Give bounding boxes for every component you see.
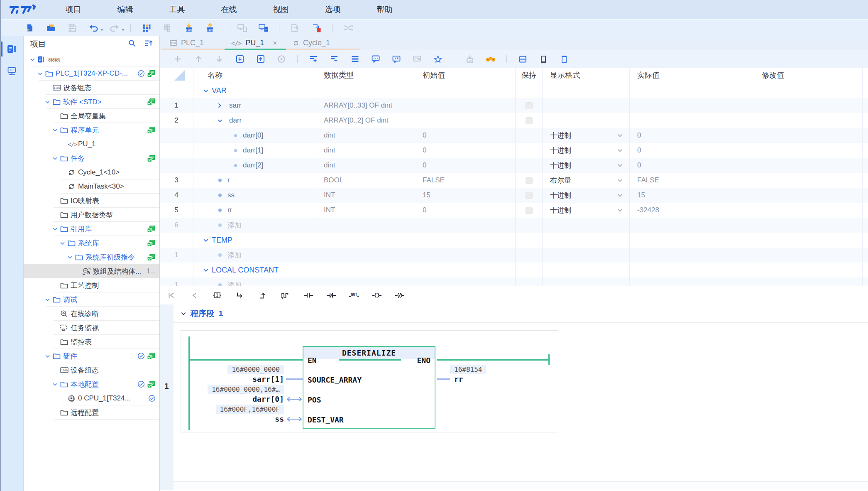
format-dropdown[interactable]: 十进制 bbox=[550, 206, 629, 215]
add-icon[interactable] bbox=[172, 54, 183, 64]
column-header-5[interactable]: 显示格式 bbox=[543, 68, 630, 83]
tree-item-15[interactable]: 数组及结构体...1... bbox=[24, 264, 159, 278]
network-header[interactable]: 程序段 1 bbox=[174, 304, 868, 323]
ladder-canvas[interactable]: DESERIALIZE EN ENO SOURCE_ARRAY POS DEST… bbox=[181, 330, 558, 432]
cell-name[interactable]: sarr bbox=[193, 98, 316, 113]
block-comment-off-icon[interactable]: /* bbox=[412, 54, 423, 64]
tree-item-1[interactable]: PLC_1[T324-XP-CD-... bbox=[24, 66, 159, 81]
frame-top-icon[interactable] bbox=[559, 54, 570, 64]
column-header-1[interactable]: 名称 bbox=[193, 68, 316, 83]
monitor-offline-icon[interactable] bbox=[236, 22, 248, 34]
chevron-down-icon[interactable] bbox=[30, 58, 38, 61]
table-row[interactable]: darr[2]dint0十进制0 bbox=[160, 158, 868, 173]
retain-checkbox[interactable] bbox=[526, 192, 533, 199]
cell-name[interactable]: VAR bbox=[193, 83, 316, 98]
chevron-down-icon[interactable] bbox=[53, 383, 60, 386]
network-view-icon[interactable] bbox=[1, 63, 23, 80]
tree-item-23[interactable]: 本地配置 bbox=[24, 377, 159, 391]
tree-item-6[interactable]: </>PU_1 bbox=[24, 137, 159, 151]
chevron-down-icon[interactable] bbox=[53, 228, 60, 231]
cell-modify-value[interactable] bbox=[754, 277, 863, 286]
move-down-icon[interactable] bbox=[214, 54, 225, 64]
move-up-icon[interactable] bbox=[193, 54, 204, 64]
tab-cycle_1[interactable]: Cycle_1 bbox=[286, 36, 347, 50]
tree-item-5[interactable]: 程序单元 bbox=[24, 123, 159, 137]
cell-display-format[interactable] bbox=[543, 218, 630, 233]
chevron-down-icon[interactable] bbox=[203, 268, 208, 272]
menu-icon[interactable] bbox=[350, 54, 360, 64]
cell-display-format[interactable]: 布尔量 bbox=[543, 173, 630, 188]
nav-start-icon[interactable] bbox=[166, 290, 177, 300]
chevron-down-icon[interactable] bbox=[38, 72, 45, 75]
tree-item-20[interactable]: 监控表 bbox=[24, 335, 159, 349]
chevron-down-icon[interactable] bbox=[203, 89, 208, 93]
cell-modify-value[interactable] bbox=[754, 98, 863, 113]
cell-modify-value[interactable] bbox=[754, 158, 863, 173]
tree-item-22[interactable]: 1100设备组态 bbox=[24, 363, 159, 377]
column-header-7[interactable]: 修改值 bbox=[754, 68, 863, 83]
table-row[interactable]: LOCAL CONSTANT bbox=[160, 263, 868, 277]
tree-item-2[interactable]: 1100设备组态 bbox=[24, 81, 159, 95]
chevron-down-icon[interactable] bbox=[617, 134, 623, 137]
cell-name[interactable]: TEMP bbox=[193, 233, 316, 248]
cell-name[interactable]: 添加 bbox=[193, 277, 316, 286]
monitor-online-icon[interactable] bbox=[257, 22, 269, 34]
table-row[interactable]: 5rrINT0十进制-32428 bbox=[160, 203, 868, 218]
download-to-plc-icon[interactable]: 1100 bbox=[183, 22, 195, 34]
branch-down-icon[interactable] bbox=[234, 290, 246, 300]
insert-row-icon[interactable] bbox=[308, 54, 319, 64]
tree-item-3[interactable]: 软件 <STD> bbox=[24, 95, 159, 109]
cell-modify-value[interactable] bbox=[754, 233, 863, 248]
operand-pos[interactable]: darr[0] bbox=[252, 395, 284, 404]
coil-icon[interactable] bbox=[371, 290, 383, 300]
cell-display-format[interactable]: 十进制 bbox=[543, 203, 630, 218]
open-folder-icon[interactable] bbox=[45, 22, 57, 34]
table-row[interactable]: 1sarrARRAY[0..33] OF dint bbox=[160, 98, 868, 113]
tree-item-16[interactable]: 工艺控制 bbox=[24, 278, 159, 292]
tree-item-12[interactable]: 引用库 bbox=[24, 222, 159, 236]
cell-display-format[interactable] bbox=[543, 113, 630, 128]
format-dropdown[interactable]: 十进制 bbox=[550, 131, 629, 140]
contact-open-icon[interactable] bbox=[303, 290, 314, 300]
tree-item-8[interactable]: Cycle_1<10> bbox=[24, 165, 159, 179]
favorite-icon[interactable] bbox=[433, 54, 443, 64]
table-row[interactable]: 4ssINT15十进制15 bbox=[160, 188, 868, 203]
cell-display-format[interactable]: 十进制 bbox=[543, 188, 630, 203]
frame-bottom-icon[interactable] bbox=[538, 54, 549, 64]
format-dropdown[interactable]: 十进制 bbox=[550, 161, 629, 170]
cell-name[interactable]: 添加 bbox=[193, 218, 316, 233]
chevron-down-icon[interactable]: ▾ bbox=[101, 27, 103, 32]
table-row[interactable]: 2darrARRAY[0..2] OF dint bbox=[160, 113, 868, 128]
library-grid-disabled-icon[interactable] bbox=[162, 22, 174, 34]
tree-item-21[interactable]: 硬件 bbox=[24, 349, 159, 363]
save-icon[interactable] bbox=[66, 22, 78, 34]
close-icon[interactable]: × bbox=[273, 39, 277, 47]
menu-item-0[interactable]: 项目 bbox=[47, 4, 99, 15]
chevron-right-icon[interactable] bbox=[218, 103, 224, 108]
chevron-down-icon[interactable] bbox=[53, 129, 60, 132]
cell-modify-value[interactable] bbox=[754, 143, 863, 158]
cell-name[interactable]: darr[0] bbox=[193, 128, 316, 143]
operand-source-array[interactable]: sarr[1] bbox=[252, 375, 284, 384]
rung-icon[interactable] bbox=[280, 290, 291, 300]
table-row[interactable]: VAR bbox=[160, 83, 868, 98]
retain-checkbox[interactable] bbox=[526, 102, 533, 109]
cell-name[interactable]: darr bbox=[193, 113, 316, 128]
filter-sort-icon[interactable] bbox=[144, 40, 153, 48]
contact-closed-icon[interactable] bbox=[325, 290, 337, 300]
compare-icon[interactable] bbox=[342, 22, 354, 34]
table-row[interactable]: 3rBOOLFALSE布尔量FALSE bbox=[160, 173, 868, 188]
menu-item-6[interactable]: 帮助 bbox=[359, 4, 411, 15]
cell-modify-value[interactable] bbox=[754, 263, 863, 277]
tree-item-25[interactable]: 远程配置 bbox=[24, 405, 159, 420]
function-block[interactable]: DESERIALIZE EN ENO SOURCE_ARRAY POS DEST… bbox=[303, 346, 435, 429]
branch-up-icon[interactable] bbox=[257, 290, 269, 300]
cell-modify-value[interactable] bbox=[754, 203, 863, 218]
cell-name[interactable]: r bbox=[193, 173, 316, 188]
library-grid-icon[interactable] bbox=[141, 22, 152, 34]
box-instruction-icon[interactable] bbox=[211, 290, 223, 300]
cell-display-format[interactable] bbox=[543, 263, 630, 277]
retain-checkbox[interactable] bbox=[526, 117, 533, 124]
tree-item-13[interactable]: 系统库 bbox=[24, 236, 159, 250]
debug-stop-icon[interactable]: 10 bbox=[311, 22, 322, 34]
